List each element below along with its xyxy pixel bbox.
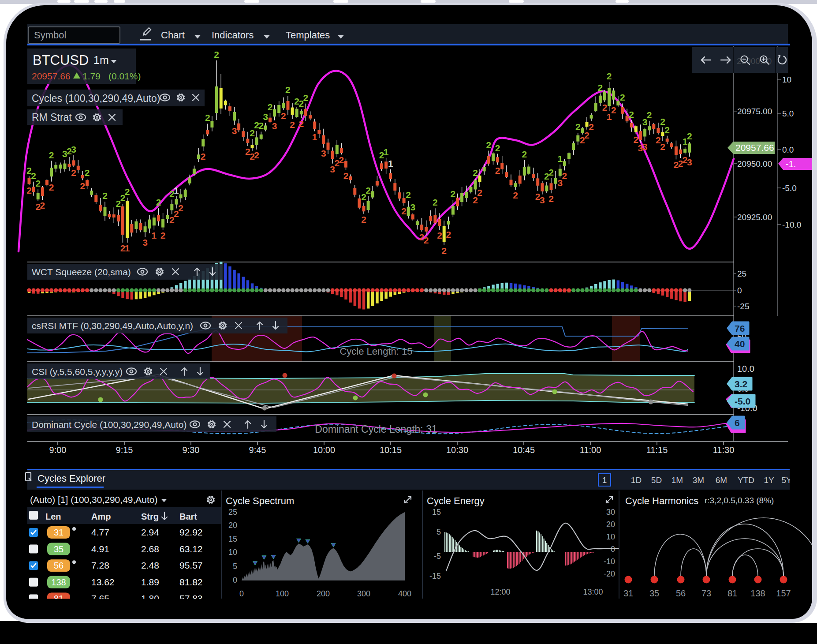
- svg-text:2: 2: [205, 112, 210, 123]
- svg-text:0.0: 0.0: [782, 145, 794, 154]
- svg-text:138: 138: [51, 577, 66, 587]
- svg-text:2.48: 2.48: [141, 560, 159, 570]
- svg-text:3: 3: [410, 202, 415, 212]
- svg-text:csRSI MTF (0,30,290,49,Auto,Au: csRSI MTF (0,30,290,49,Auto,Auto,y,n): [32, 321, 193, 331]
- svg-text:1m: 1m: [93, 54, 109, 66]
- svg-text:2: 2: [285, 85, 291, 95]
- svg-text:1M: 1M: [672, 476, 683, 485]
- svg-text:2: 2: [268, 102, 273, 112]
- svg-text:-20: -20: [604, 569, 615, 578]
- svg-text:11:15: 11:15: [646, 445, 668, 455]
- svg-text:2.68: 2.68: [141, 544, 159, 554]
- svg-text:2: 2: [660, 142, 665, 152]
- svg-text:-1.: -1.: [786, 159, 796, 169]
- svg-text:2: 2: [495, 165, 500, 176]
- svg-text:73: 73: [701, 588, 711, 598]
- svg-text:4.77: 4.77: [91, 527, 109, 537]
- svg-text:2: 2: [589, 122, 594, 132]
- svg-text:2: 2: [343, 171, 349, 181]
- svg-text:2: 2: [254, 150, 259, 160]
- svg-text:6: 6: [735, 418, 740, 428]
- svg-text:1: 1: [174, 185, 179, 195]
- svg-text:2: 2: [575, 122, 581, 132]
- svg-text:Templates: Templates: [286, 30, 330, 41]
- svg-text:2: 2: [49, 150, 54, 160]
- svg-text:-10.0: -10.0: [782, 220, 801, 229]
- svg-text:56: 56: [676, 588, 686, 598]
- svg-text:20950.00: 20950.00: [737, 159, 772, 168]
- svg-text:Bart: Bart: [179, 512, 197, 521]
- svg-text:2: 2: [477, 187, 482, 198]
- svg-text:10:00: 10:00: [313, 445, 335, 455]
- svg-text:2: 2: [160, 230, 166, 240]
- svg-text:0: 0: [239, 589, 244, 598]
- svg-text:2: 2: [522, 149, 527, 159]
- svg-text:13:00: 13:00: [583, 588, 603, 596]
- svg-text:12:00: 12:00: [490, 588, 510, 596]
- svg-text:2: 2: [178, 203, 183, 213]
- svg-text:1.89: 1.89: [141, 577, 159, 587]
- svg-text:31: 31: [623, 588, 633, 598]
- svg-text:2: 2: [629, 109, 634, 120]
- svg-text:Cycle Harmonics: Cycle Harmonics: [625, 495, 698, 506]
- svg-text:2: 2: [664, 125, 670, 135]
- svg-text:1: 1: [125, 243, 130, 253]
- svg-text:31: 31: [54, 528, 63, 537]
- svg-text:15: 15: [432, 508, 441, 517]
- svg-text:2: 2: [424, 235, 429, 245]
- svg-text:3: 3: [642, 142, 648, 152]
- svg-text:10.0: 10.0: [737, 364, 754, 374]
- svg-text:1: 1: [388, 158, 393, 168]
- svg-text:CSI (y,5,5,60,5,y,y,y,y): CSI (y,5,5,60,5,y,y,y,y): [32, 367, 123, 377]
- svg-text:-5.0: -5.0: [735, 396, 750, 406]
- svg-text:Amp: Amp: [91, 512, 111, 521]
- svg-text:2: 2: [437, 230, 442, 240]
- svg-text:2: 2: [298, 119, 304, 129]
- svg-text:2: 2: [406, 190, 411, 200]
- svg-text:Strg: Strg: [141, 512, 159, 521]
- svg-text:3: 3: [71, 144, 76, 154]
- svg-text:10:45: 10:45: [513, 445, 535, 455]
- svg-text:95.57: 95.57: [179, 560, 203, 570]
- svg-text:15: 15: [228, 535, 237, 543]
- svg-text:YTD: YTD: [738, 476, 754, 485]
- svg-text:5: 5: [233, 562, 237, 571]
- svg-text:9:30: 9:30: [183, 445, 200, 455]
- svg-text:1.79: 1.79: [82, 71, 101, 81]
- svg-text:9:15: 9:15: [116, 445, 133, 455]
- svg-text:10: 10: [228, 548, 237, 557]
- svg-text:2: 2: [35, 178, 41, 188]
- svg-text:20: 20: [228, 521, 237, 530]
- svg-text:BTCUSD: BTCUSD: [33, 52, 89, 68]
- svg-text:2: 2: [40, 200, 45, 210]
- svg-text:1D: 1D: [631, 476, 642, 485]
- svg-text:-25: -25: [737, 302, 749, 311]
- svg-text:3: 3: [263, 112, 269, 122]
- svg-text:4.91: 4.91: [91, 544, 109, 554]
- svg-text:5.0: 5.0: [782, 109, 794, 118]
- svg-text:2: 2: [85, 168, 90, 178]
- svg-text:20975.00: 20975.00: [737, 107, 772, 116]
- svg-text:2: 2: [290, 120, 295, 130]
- svg-text:2: 2: [495, 143, 500, 153]
- svg-text:1: 1: [152, 230, 157, 240]
- svg-text:Cycle Spectrum: Cycle Spectrum: [226, 495, 294, 506]
- svg-text:35: 35: [54, 544, 63, 554]
- svg-text:0: 0: [737, 286, 742, 295]
- svg-text:2: 2: [303, 93, 309, 103]
- svg-text:1: 1: [602, 476, 607, 485]
- svg-text:20957.66: 20957.66: [735, 142, 774, 153]
- svg-text:2: 2: [562, 171, 567, 181]
- svg-text:56: 56: [54, 561, 63, 570]
- svg-text:2: 2: [441, 246, 447, 256]
- svg-text:2: 2: [513, 190, 518, 200]
- svg-text:WCT Squeeze (20,sma): WCT Squeeze (20,sma): [32, 267, 131, 277]
- svg-text:(0.01%): (0.01%): [108, 71, 141, 81]
- svg-text:Len: Len: [45, 512, 61, 521]
- svg-text:400: 400: [398, 589, 411, 598]
- svg-text:9:45: 9:45: [249, 445, 266, 455]
- svg-text:0: 0: [611, 545, 615, 554]
- svg-text:2: 2: [156, 197, 161, 207]
- svg-text:2: 2: [451, 189, 456, 199]
- svg-text:1: 1: [557, 154, 563, 164]
